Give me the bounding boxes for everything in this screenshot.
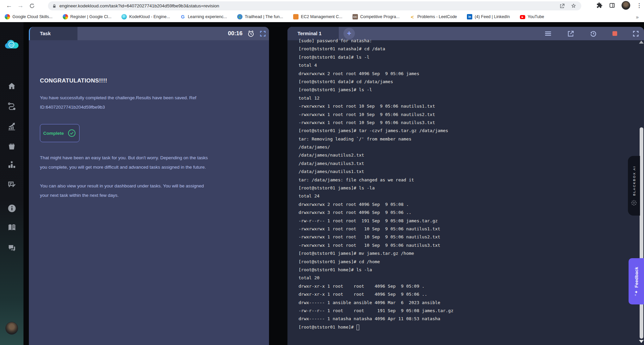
terminal-line: [root@ststor01 natasha]# cd /data [299,45,641,53]
leaderboard-icon[interactable] [0,160,23,169]
task-tab-label: Task [40,31,51,36]
terminal-line: [sudo] password for natasha: [299,37,641,45]
bookmark-item[interactable]: KodeKloud - Engine... [121,14,170,19]
challenges-box-icon[interactable] [0,142,23,151]
feedback-button[interactable]: Feedback ✦₊ [629,258,644,304]
task-paragraph: That might have been an easy task for yo… [40,153,212,172]
terminal-line: /data/james/nautilus2.txt [299,151,641,159]
scrollbar-thumb[interactable] [640,127,643,339]
bookmark-label: Learning experienc... [188,14,227,19]
restart-history-icon[interactable] [589,30,597,38]
task-panel-header: Task 00:16 [29,27,269,40]
terminal-line: [root@ststor01 james]# mv james.tar.gz /… [299,249,641,257]
feedback-label: Feedback [634,267,639,288]
share-icon[interactable] [559,3,565,9]
sparkle-icon: ✦₊ [634,290,639,296]
side-panel-icon[interactable] [609,2,615,9]
check-circle-icon [67,129,76,137]
complete-button-label: Complete [43,131,64,136]
more-bookmarks-icon[interactable]: » [636,11,639,22]
terminal-line: -rwxrwxrwx 1 root root 10 Sep 9 05:06 na… [299,119,641,127]
terminal-line: tar: /data/james: file changed as we rea… [299,176,641,184]
task-paragraph: You can also view your result in your da… [40,181,212,200]
bookmark-star-icon[interactable] [571,3,577,9]
bookmark-item[interactable]: YouTube [520,14,544,19]
terminal-line: -rwxrwxrwx 1 root root 10 Sep 9 05:06 na… [299,225,641,233]
terminal-line: drwx------ 1 ansible ansible 4096 Mar 6 … [299,299,641,307]
bookmark-favicon [353,14,358,19]
bookmark-favicon [467,14,472,19]
bookmark-favicon [410,14,415,19]
forward-icon[interactable]: → [15,1,26,10]
open-in-new-icon[interactable] [567,30,575,38]
bookmark-item[interactable]: Competitive Progra... [353,14,399,19]
bookmark-favicon [293,14,299,19]
terminal-line: drwxrwxrwx 2 root root 4096 Sep 9 05:08 … [299,200,641,209]
complete-button[interactable]: Complete [40,124,79,142]
browser-menu-icon[interactable]: ⋮ [636,3,642,8]
back-icon[interactable]: ← [3,1,15,10]
reload-icon[interactable] [26,1,38,10]
bookmark-favicon [5,14,10,19]
review-note-icon[interactable] [0,180,23,189]
bookmark-label: KodeKloud - Engine... [129,14,170,19]
profile-avatar[interactable] [622,1,630,10]
home-icon[interactable] [0,82,23,91]
bookmark-favicon [121,14,127,19]
terminal-line: total 12 [299,94,641,102]
url-bar[interactable]: engineer.kodekloud.com/task?id=640720277… [48,1,581,10]
bookmark-item[interactable]: Register | Google Cl... [63,14,112,19]
bookmark-label: YouTube [528,14,544,19]
terminal-cursor [357,325,359,330]
learning-path-icon[interactable] [0,102,23,111]
terminal-line: [root@ststor01 james]# cd /home [299,258,641,266]
scrollbar-down-arrow[interactable] [639,340,644,343]
stop-icon[interactable] [612,31,618,36]
alarm-clock-icon [247,30,255,38]
terminal-line: -rwxrwxrwx 1 root root 10 Sep 9 05:06 na… [299,241,641,249]
bookmark-label: EC2 Management C... [301,14,342,19]
terminal-output[interactable]: [sudo] password for natasha: [root@ststo… [299,37,641,323]
terminal-fullscreen-icon[interactable] [632,30,639,37]
bookmark-item[interactable]: Problems - LeetCode [410,14,457,19]
task-fullscreen-icon[interactable] [259,30,266,37]
terminal-line: -rwxrwxrwx 1 root root 10 Sep 9 05:06 na… [299,233,641,241]
task-panel: Task 00:16 CONGRATULATIONS!!!! [29,27,269,345]
url-text[interactable]: engineer.kodekloud.com/task?id=640720277… [59,3,559,8]
blackbox-ai-tab[interactable]: BLACKBOX AI [628,156,640,216]
terminal-line: /data/james/nautilus1.txt [299,168,641,176]
kodekloud-logo-icon[interactable]: <> [0,38,23,51]
info-icon[interactable] [0,204,23,213]
terminal-line: drwxr-xr-x 1 root root 4096 Sep 9 05:06 … [299,290,641,298]
app-background: <> [0,22,644,345]
terminal-tab-label: Terminal 1 [298,31,321,36]
bookmark-item[interactable]: EC2 Management C... [293,14,342,19]
tab-task[interactable]: Task [29,27,77,40]
terminal-line: [root@ststor01 james]# tar -czvf james.t… [299,127,641,135]
terminal-line: [root@ststor01 home]# ls -la [299,266,641,274]
extensions-icon[interactable] [596,2,603,9]
lock-icon [52,4,57,8]
terminal-line: [root@ststor01 james]# ls -l [299,86,641,94]
browser-toolbar: ← → engineer.kodekloud.com/task?id=64072… [0,0,644,11]
terminal-menu-icon[interactable] [544,30,552,38]
terminal-line: /data/james/ [299,143,641,151]
docs-book-icon[interactable] [0,223,23,232]
progress-trend-icon[interactable] [0,122,23,131]
result-message: You have successfully completed the chal… [40,93,212,112]
chat-icon[interactable] [0,244,23,253]
bookmark-label: (4) Feed | LinkedIn [475,14,510,19]
terminal-line: total 24 [299,192,641,200]
app-sidebar: <> [0,22,23,345]
bookmark-item[interactable]: (4) Feed | LinkedIn [467,14,510,19]
scrollbar-up-arrow[interactable] [639,41,644,44]
terminal-prompt: [root@ststor01 home]# [299,323,356,331]
bookmark-item[interactable]: Google Cloud Skills... [5,14,53,19]
terminal-prompt-line[interactable]: [root@ststor01 home]# [299,323,641,331]
sidebar-user-avatar[interactable] [0,322,23,335]
bookmark-item[interactable]: Learning experienc... [180,14,227,19]
bookmark-item[interactable]: Trailhead | The fun... [237,14,283,19]
blackbox-dots-logo-icon [634,203,635,204]
terminal-line: -rwxrwxrwx 1 root root 10 Sep 9 05:06 na… [299,102,641,110]
blackbox-ai-label: BLACKBOX AI [632,166,636,196]
